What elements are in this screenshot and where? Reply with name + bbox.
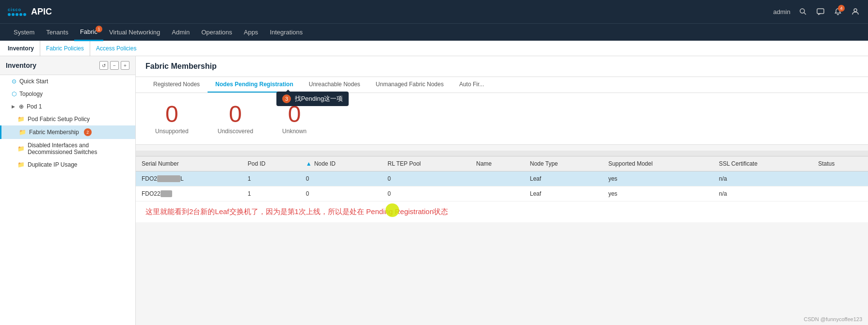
sidebar-item-quickstart[interactable]: ⊙ Quick Start: [0, 75, 135, 88]
nav-integrations[interactable]: Integrations: [264, 24, 308, 41]
stat-unsupported-number: 0: [165, 103, 178, 126]
subnav-inventory[interactable]: Inventory: [8, 41, 40, 56]
stat-unknown-number: 0: [288, 103, 301, 126]
sidebar-refresh-icon[interactable]: ↺: [99, 61, 108, 70]
sidebar-header: Inventory ↺ − +: [0, 56, 135, 75]
cisco-logo: cisco: [8, 7, 26, 16]
stat-unknown: 0 Unknown: [282, 103, 306, 135]
stat-undiscovered-number: 0: [229, 103, 242, 126]
cell-status: [812, 186, 868, 201]
col-pod-id: Pod ID: [242, 156, 300, 171]
tab-unmanaged-fabric-nodes[interactable]: Unmanaged Fabric Nodes: [368, 77, 451, 93]
col-serial-number: Serial Number: [136, 156, 242, 171]
sidebar-title: Inventory: [6, 62, 36, 69]
pod-setup-folder-icon: 📁: [17, 116, 25, 123]
bell-header-icon[interactable]: 4: [833, 7, 843, 16]
nav-tenants[interactable]: Tenants: [40, 24, 74, 41]
nav-admin[interactable]: Admin: [166, 24, 195, 41]
cisco-logo-dots: [8, 13, 26, 16]
duplicate-ip-folder-icon: 📁: [17, 161, 25, 168]
col-node-id[interactable]: ▲ Node ID: [300, 156, 382, 171]
tabs-wrapper: Registered Nodes Nodes Pending Registrat…: [136, 77, 868, 93]
sidebar-item-duplicate-ip[interactable]: 📁 Duplicate IP Usage: [0, 158, 135, 171]
sidebar-item-pod1[interactable]: ▶ ⊕ Pod 1: [0, 100, 135, 113]
chat-header-icon[interactable]: [816, 7, 825, 16]
user-header-icon[interactable]: [851, 7, 860, 16]
sidebar-item-label: Pod 1: [27, 103, 42, 110]
subnav-access-policies[interactable]: Access Policies: [90, 41, 142, 56]
sidebar-item-label: Fabric Membership: [29, 129, 79, 136]
sidebar: Inventory ↺ − + ⊙ Quick Start ⬡ Topology…: [0, 56, 136, 325]
content-title: Fabric Membership: [145, 62, 217, 70]
tooltip-bubble: 3 找Pending这一项: [276, 92, 349, 106]
col-node-type: Node Type: [524, 156, 603, 171]
stats-row: 0 Unsupported 0 Undiscovered 0 Unknown: [136, 93, 868, 145]
cell-name: [470, 171, 524, 186]
stat-unsupported: 0 Unsupported: [155, 103, 189, 135]
sidebar-collapse-icon[interactable]: −: [110, 61, 119, 70]
cell-node-id: 0: [300, 186, 382, 201]
sidebar-item-pod-fabric-setup[interactable]: 📁 Pod Fabric Setup Policy: [0, 113, 135, 125]
cell-node-type: Leaf: [524, 171, 603, 186]
svg-line-1: [804, 13, 806, 15]
cell-status: [812, 171, 868, 186]
cell-rl-tep-pool: 0: [382, 171, 470, 186]
cell-rl-tep-pool: 0: [382, 186, 470, 201]
tab-registered-nodes[interactable]: Registered Nodes: [145, 77, 208, 93]
main-nav: System Tenants Fabric 1 Virtual Networki…: [0, 23, 868, 41]
nav-virtual-networking[interactable]: Virtual Networking: [103, 24, 166, 41]
header-username: admin: [773, 8, 790, 15]
disabled-interfaces-folder-icon: 📁: [17, 145, 25, 152]
content-tabs: Registered Nodes Nodes Pending Registrat…: [136, 77, 868, 93]
table-row[interactable]: FDO22▬▬ 1 0 0 Leaf yes n/a: [136, 186, 868, 201]
nav-fabric[interactable]: Fabric 1: [74, 24, 103, 41]
subnav-fabric-policies[interactable]: Fabric Policies: [40, 41, 90, 56]
fabric-nav-badge: 1: [96, 26, 102, 32]
table-row[interactable]: FDO2▬▬▬▬L 1 0 0 Leaf yes n/a: [136, 171, 868, 186]
col-status: Status: [812, 156, 868, 171]
sidebar-item-topology[interactable]: ⬡ Topology: [0, 88, 135, 100]
svg-rect-2: [817, 9, 824, 14]
sidebar-item-fabric-membership[interactable]: 📁 Fabric Membership 2: [0, 125, 135, 139]
cell-supported-model: yes: [602, 186, 713, 201]
svg-point-0: [800, 9, 804, 13]
bell-badge: 4: [838, 5, 845, 12]
quickstart-icon: ⊙: [12, 78, 16, 85]
tooltip-step: 3: [282, 94, 291, 103]
cell-name: [470, 186, 524, 201]
col-rl-tep-pool: RL TEP Pool: [382, 156, 470, 171]
svg-point-3: [854, 9, 857, 12]
header-right: admin 4: [773, 7, 860, 16]
fabric-membership-folder-icon: 📁: [19, 129, 26, 136]
cell-node-id: 0: [300, 171, 382, 186]
nav-system[interactable]: System: [8, 24, 40, 41]
data-table: Serial Number Pod ID ▲ Node ID RL TEP Po…: [136, 156, 868, 201]
search-header-icon[interactable]: [798, 7, 808, 16]
cell-supported-model: yes: [602, 171, 713, 186]
cell-serial: FDO2▬▬▬▬L: [136, 171, 242, 186]
sidebar-item-disabled-interfaces[interactable]: 📁 Disabled Interfaces and Decommissioned…: [0, 139, 135, 158]
tab-unreachable-nodes[interactable]: Unreachable Nodes: [301, 77, 368, 93]
tooltip-text: 找Pending这一项: [295, 95, 343, 102]
sidebar-item-label: Disabled Interfaces and Decommissioned S…: [28, 142, 129, 155]
sidebar-item-label: Quick Start: [19, 78, 48, 85]
col-ssl-certificate: SSL Certificate: [713, 156, 813, 171]
tab-auto-fir[interactable]: Auto Fir...: [451, 77, 492, 93]
cell-pod-id: 1: [242, 186, 300, 201]
bottom-annotation: 这里就能看到2台新的Leaf交换机了，因为是第1次上线，所以是处在 Pendin…: [136, 201, 868, 222]
sidebar-expand-icon[interactable]: +: [121, 61, 129, 70]
content-header: Fabric Membership: [136, 56, 868, 77]
stat-unsupported-label: Unsupported: [155, 128, 189, 135]
col-name: Name: [470, 156, 524, 171]
nav-operations[interactable]: Operations: [195, 24, 238, 41]
topology-icon: ⬡: [12, 91, 16, 97]
stat-undiscovered-label: Undiscovered: [218, 128, 253, 135]
pod1-expand-arrow: ▶: [12, 104, 15, 109]
sidebar-toolbar: ↺ − +: [99, 61, 129, 70]
stat-undiscovered: 0 Undiscovered: [218, 103, 253, 135]
cell-serial: FDO22▬▬: [136, 186, 242, 201]
cursor-indicator: [386, 203, 399, 217]
annotation-text: 这里就能看到2台新的Leaf交换机了，因为是第1次上线，所以是处在 Pendin…: [145, 207, 448, 216]
table-header-row: Serial Number Pod ID ▲ Node ID RL TEP Po…: [136, 156, 868, 171]
nav-apps[interactable]: Apps: [238, 24, 264, 41]
